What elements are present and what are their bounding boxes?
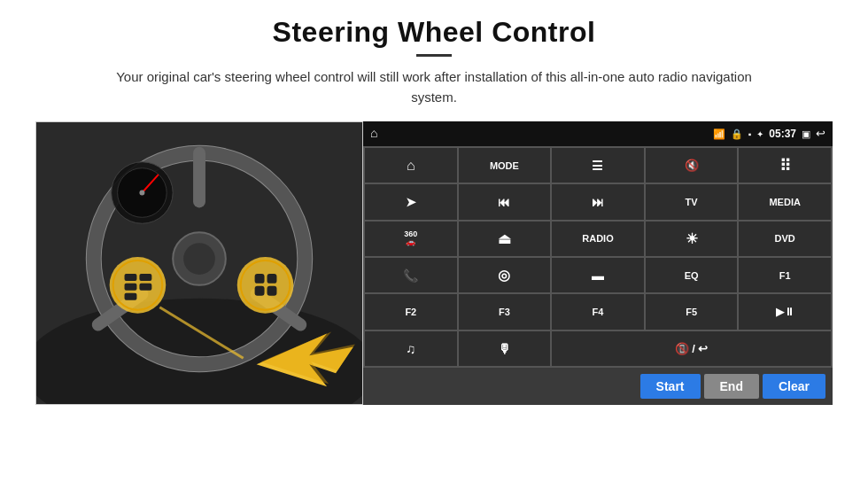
apps-button[interactable]: ⠿ (739, 148, 831, 183)
svg-rect-13 (125, 293, 137, 300)
phone-icon: 📞 (403, 268, 418, 283)
cam360-button[interactable]: 360🚗 (365, 222, 457, 256)
next-button[interactable]: ⏭ (552, 184, 644, 219)
nav-icon: ➤ (406, 195, 416, 209)
start-button[interactable]: Start (640, 374, 701, 399)
brightness-icon: ☀ (686, 230, 698, 247)
svg-rect-18 (255, 274, 265, 284)
dvd-label: DVD (775, 233, 795, 244)
svg-rect-19 (267, 274, 277, 284)
nav-button[interactable]: ➤ (365, 184, 457, 219)
vol-mute-icon: 🔇 (685, 159, 699, 172)
svg-rect-20 (255, 286, 265, 296)
svg-point-9 (110, 257, 167, 314)
hangup-icon: 📵 / ↩ (675, 342, 709, 355)
svg-rect-21 (267, 286, 277, 296)
brightness-button[interactable]: ☀ (646, 222, 738, 256)
eq-label: EQ (685, 270, 699, 281)
f1-button[interactable]: F1 (739, 258, 831, 292)
list-button[interactable]: ☰ (552, 148, 644, 183)
status-time: 05:37 (769, 128, 796, 140)
android-panel: ⌂ 📶 🔒 ▪ ✦ 05:37 ▣ ↩ ⌂ (363, 121, 833, 405)
back-icon: ↩ (816, 127, 825, 141)
eq-button[interactable]: EQ (646, 258, 738, 292)
status-bar-right: 📶 🔒 ▪ ✦ 05:37 ▣ ↩ (713, 127, 825, 141)
status-bar-left: ⌂ (370, 127, 377, 141)
apps-icon: ⠿ (779, 156, 790, 175)
content-row: ⌂ 📶 🔒 ▪ ✦ 05:37 ▣ ↩ ⌂ (35, 121, 833, 405)
title-divider (416, 54, 452, 57)
mode-button[interactable]: MODE (459, 148, 551, 183)
radio-label: RADIO (582, 233, 613, 244)
eject-icon: ⏏ (498, 230, 511, 247)
mode-label: MODE (490, 160, 519, 171)
f4-button[interactable]: F4 (552, 294, 644, 329)
wifi-status-icon: 📶 (713, 128, 725, 140)
screen-icon: ▬ (592, 268, 604, 283)
vol-mute-button[interactable]: 🔇 (646, 148, 738, 183)
steering-wheel-image (35, 121, 363, 405)
bt-status-icon: ✦ (756, 129, 763, 139)
prev-button[interactable]: ⏮ (459, 184, 551, 219)
mic-icon: 🎙 (498, 341, 511, 356)
recent-icon: ▣ (802, 128, 810, 140)
screen-button[interactable]: ▬ (552, 258, 644, 292)
svg-point-16 (237, 257, 294, 314)
button-grid: ⌂ MODE ☰ 🔇 ⠿ ➤ ⏮ (363, 146, 833, 368)
svg-point-8 (183, 243, 215, 275)
home-button[interactable]: ⌂ (365, 148, 457, 183)
f2-label: F2 (405, 307, 416, 317)
globe-button[interactable]: ◎ (459, 258, 551, 292)
page-wrapper: Steering Wheel Control Your original car… (0, 0, 868, 482)
eject-button[interactable]: ⏏ (459, 222, 551, 256)
f5-label: F5 (686, 307, 697, 317)
play-pause-icon: ▶⏸ (776, 306, 794, 318)
end-button[interactable]: End (704, 374, 759, 399)
f3-label: F3 (499, 307, 510, 317)
f4-label: F4 (593, 307, 604, 317)
play-pause-button[interactable]: ▶⏸ (739, 294, 831, 329)
sd-status-icon: ▪ (748, 129, 752, 139)
globe-icon: ◎ (498, 267, 510, 284)
media-button[interactable]: MEDIA (739, 184, 831, 219)
media-label: MEDIA (769, 197, 800, 207)
radio-button[interactable]: RADIO (552, 222, 644, 256)
f5-button[interactable]: F5 (646, 294, 738, 329)
action-bar: Start End Clear (363, 368, 833, 405)
dvd-button[interactable]: DVD (739, 222, 831, 256)
svg-rect-14 (139, 274, 151, 281)
clear-button[interactable]: Clear (763, 374, 825, 399)
f1-label: F1 (779, 270, 791, 281)
svg-rect-12 (125, 284, 137, 291)
music-icon: ♫ (406, 341, 415, 356)
f3-button[interactable]: F3 (459, 294, 551, 329)
lock-status-icon: 🔒 (731, 128, 743, 140)
page-subtitle: Your original car's steering wheel contr… (115, 67, 753, 107)
phone-button[interactable]: 📞 (365, 258, 457, 292)
home-icon: ⌂ (407, 158, 415, 174)
svg-rect-15 (139, 284, 151, 291)
home-icon-status: ⌂ (370, 127, 377, 141)
cam360-icon: 360🚗 (404, 230, 417, 246)
list-icon: ☰ (592, 159, 603, 173)
next-icon: ⏭ (592, 195, 604, 209)
svg-rect-11 (125, 274, 137, 281)
svg-point-28 (139, 190, 144, 196)
hangup-button[interactable]: 📵 / ↩ (552, 331, 831, 366)
tv-button[interactable]: TV (646, 184, 738, 219)
f2-button[interactable]: F2 (365, 294, 457, 329)
music-button[interactable]: ♫ (365, 331, 457, 366)
prev-icon: ⏮ (498, 195, 510, 209)
status-bar: ⌂ 📶 🔒 ▪ ✦ 05:37 ▣ ↩ (363, 121, 833, 146)
tv-label: TV (686, 197, 698, 207)
mic-button[interactable]: 🎙 (459, 331, 551, 366)
page-title: Steering Wheel Control (273, 16, 596, 49)
